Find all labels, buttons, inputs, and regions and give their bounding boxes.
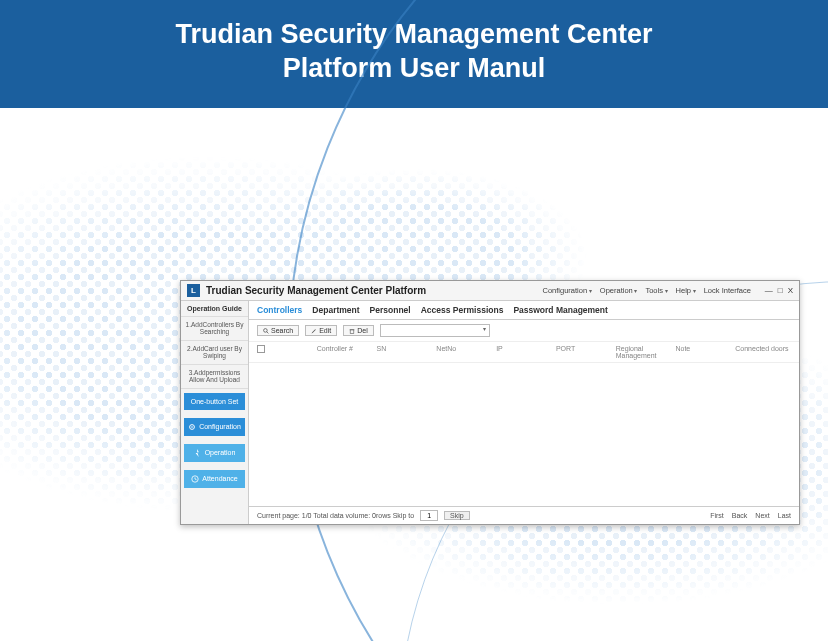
app-title: Trudian Security Management Center Platf…	[206, 285, 426, 296]
pager-last[interactable]: Last	[778, 512, 791, 519]
pager-skip-input[interactable]	[420, 510, 438, 521]
bolt-icon	[194, 449, 202, 457]
sidebar-attendance-label: Attendance	[202, 475, 237, 482]
svg-rect-5	[350, 329, 354, 333]
col-note[interactable]: Note	[675, 345, 731, 359]
col-controller[interactable]: Controller #	[317, 345, 373, 359]
delete-label: Del	[357, 327, 368, 334]
edit-button[interactable]: Edit	[305, 325, 337, 336]
menu-tools[interactable]: Tools	[645, 286, 667, 295]
main-panel: Controllers Department Personnel Access …	[249, 301, 799, 524]
col-netno[interactable]: NetNo	[436, 345, 492, 359]
menu-operation[interactable]: Operation	[600, 286, 638, 295]
pencil-icon	[311, 328, 317, 334]
app-body: Operation Guide 1.AddControllers By Sear…	[181, 301, 799, 524]
sidebar-attendance-button[interactable]: Attendance	[184, 470, 245, 488]
banner-line1: Trudian Security Management Center	[10, 18, 818, 52]
search-label: Search	[271, 327, 293, 334]
col-ip[interactable]: IP	[496, 345, 552, 359]
sidebar-basic-button[interactable]: One-button Set	[184, 393, 245, 410]
delete-button[interactable]: Del	[343, 325, 374, 336]
pager-status: Current page: 1/0 Total data volume: 0ro…	[257, 512, 414, 519]
sidebar-configuration-button[interactable]: Configuration	[184, 418, 245, 436]
sidebar-step-1[interactable]: 1.AddControllers By Searching	[181, 317, 248, 341]
table-header: Controller # SN NetNo IP PORT Regional M…	[249, 342, 799, 363]
sidebar-heading: Operation Guide	[181, 301, 248, 317]
sidebar-basic-label: One-button Set	[191, 398, 238, 405]
banner-line2: Platform User Manul	[10, 52, 818, 86]
svg-point-1	[191, 426, 193, 428]
sidebar-operation-label: Operation	[205, 449, 236, 456]
select-all-checkbox[interactable]	[257, 345, 265, 353]
page-banner: Trudian Security Management Center Platf…	[0, 0, 828, 108]
app-titlebar: L Trudian Security Management Center Pla…	[181, 281, 799, 301]
window-controls: — □ X	[765, 286, 793, 295]
pager-next[interactable]: Next	[755, 512, 769, 519]
search-button[interactable]: Search	[257, 325, 299, 336]
maximize-button[interactable]: □	[778, 286, 783, 295]
filter-select[interactable]	[380, 324, 490, 337]
tab-department[interactable]: Department	[312, 305, 359, 315]
sidebar-configuration-label: Configuration	[199, 423, 241, 430]
toolbar: Search Edit Del	[249, 320, 799, 342]
app-window: L Trudian Security Management Center Pla…	[180, 280, 800, 525]
menu-bar: Configuration Operation Tools Help Lock …	[543, 286, 751, 295]
tab-controllers[interactable]: Controllers	[257, 305, 302, 315]
menu-help[interactable]: Help	[676, 286, 696, 295]
col-connected[interactable]: Connected doors	[735, 345, 791, 359]
sidebar-operation-button[interactable]: Operation	[184, 444, 245, 462]
minimize-button[interactable]: —	[765, 286, 773, 295]
clock-icon	[191, 475, 199, 483]
sidebar-step-3[interactable]: 3.Addpermissions Allow And Upload	[181, 365, 248, 389]
gear-icon	[188, 423, 196, 431]
pager-back[interactable]: Back	[732, 512, 748, 519]
tab-access-permissions[interactable]: Access Permissions	[421, 305, 504, 315]
col-port[interactable]: PORT	[556, 345, 612, 359]
pager-first[interactable]: First	[710, 512, 724, 519]
col-sn[interactable]: SN	[377, 345, 433, 359]
search-icon	[263, 328, 269, 334]
menu-lock-interface[interactable]: Lock Interface	[704, 286, 751, 295]
tab-bar: Controllers Department Personnel Access …	[249, 301, 799, 320]
trash-icon	[349, 328, 355, 334]
tab-personnel[interactable]: Personnel	[370, 305, 411, 315]
app-logo-icon: L	[187, 284, 200, 297]
edit-label: Edit	[319, 327, 331, 334]
col-regional[interactable]: Regional Management	[616, 345, 672, 359]
sidebar-step-2[interactable]: 2.AddCard user By Swiping	[181, 341, 248, 365]
pager-skip-button[interactable]: Skip	[444, 511, 470, 520]
sidebar: Operation Guide 1.AddControllers By Sear…	[181, 301, 249, 524]
menu-configuration[interactable]: Configuration	[543, 286, 592, 295]
tab-password-management[interactable]: Password Management	[513, 305, 607, 315]
pager: Current page: 1/0 Total data volume: 0ro…	[249, 506, 799, 524]
table-body-empty	[249, 363, 799, 506]
svg-line-4	[267, 331, 269, 333]
close-button[interactable]: X	[788, 286, 793, 295]
